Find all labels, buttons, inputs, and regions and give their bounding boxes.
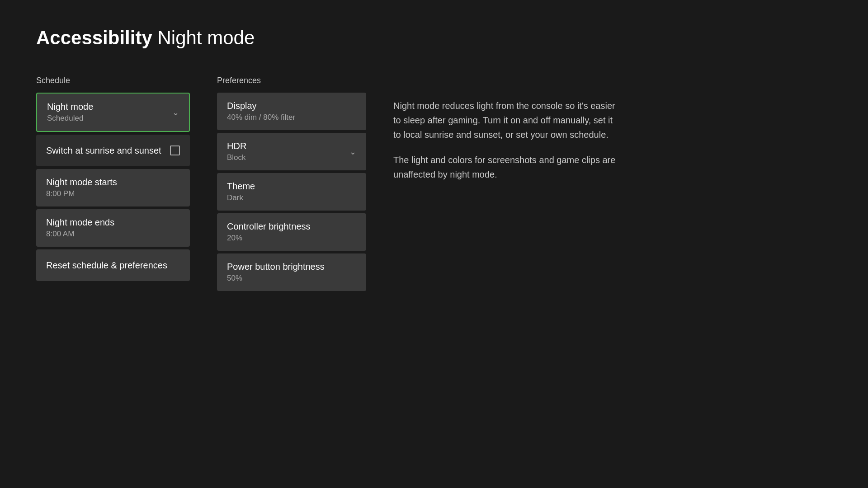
night-mode-starts-time: 8:00 PM (46, 189, 117, 198)
theme-item[interactable]: Theme Dark (217, 173, 366, 211)
theme-content: Theme Dark (227, 181, 255, 202)
display-title: Display (227, 101, 295, 111)
power-button-brightness-value: 50% (227, 274, 325, 283)
power-button-brightness-title: Power button brightness (227, 262, 325, 272)
page-title-bold: Accessibility (36, 27, 152, 48)
hdr-chevron-icon: ⌄ (349, 147, 356, 157)
night-mode-starts-title: Night mode starts (46, 177, 117, 188)
night-mode-ends-content: Night mode ends 8:00 AM (46, 217, 114, 239)
power-button-brightness-content: Power button brightness 50% (227, 262, 325, 283)
hdr-content: HDR Block (227, 141, 246, 162)
preferences-column: Preferences Display 40% dim / 80% filter… (217, 76, 366, 294)
controller-brightness-item[interactable]: Controller brightness 20% (217, 213, 366, 251)
night-mode-ends-title: Night mode ends (46, 217, 114, 228)
preferences-section-label: Preferences (217, 76, 366, 85)
night-mode-ends-item[interactable]: Night mode ends 8:00 AM (36, 209, 190, 247)
reset-content: Reset schedule & preferences (46, 260, 167, 271)
hdr-title: HDR (227, 141, 246, 151)
night-mode-item[interactable]: Night mode Scheduled ⌄ (36, 93, 190, 132)
night-mode-starts-item[interactable]: Night mode starts 8:00 PM (36, 169, 190, 206)
night-mode-content: Night mode Scheduled (47, 102, 93, 123)
night-mode-ends-time: 8:00 AM (46, 230, 114, 239)
hdr-item[interactable]: HDR Block ⌄ (217, 133, 366, 170)
content-area: Schedule Night mode Scheduled ⌄ Switch a… (36, 76, 832, 294)
display-value: 40% dim / 80% filter (227, 113, 295, 122)
night-mode-chevron-icon: ⌄ (172, 108, 179, 117)
page-title-light: Night mode (157, 27, 255, 48)
info-paragraph-1: Night mode reduces light from the consol… (393, 99, 619, 142)
hdr-value: Block (227, 153, 246, 162)
night-mode-subtitle: Scheduled (47, 114, 93, 123)
page-title: Accessibility Night mode (36, 27, 832, 49)
info-text: Night mode reduces light from the consol… (393, 99, 619, 182)
theme-value: Dark (227, 193, 255, 202)
power-button-brightness-item[interactable]: Power button brightness 50% (217, 253, 366, 291)
info-column: Night mode reduces light from the consol… (393, 76, 619, 182)
night-mode-starts-content: Night mode starts 8:00 PM (46, 177, 117, 198)
controller-brightness-content: Controller brightness 20% (227, 221, 311, 243)
reset-item[interactable]: Reset schedule & preferences (36, 249, 190, 281)
schedule-column: Schedule Night mode Scheduled ⌄ Switch a… (36, 76, 190, 284)
switch-sunrise-title: Switch at sunrise and sunset (46, 145, 161, 156)
schedule-section-label: Schedule (36, 76, 190, 85)
switch-sunrise-item[interactable]: Switch at sunrise and sunset (36, 135, 190, 166)
night-mode-title: Night mode (47, 102, 93, 112)
controller-brightness-title: Controller brightness (227, 221, 311, 232)
display-content: Display 40% dim / 80% filter (227, 101, 295, 122)
display-item[interactable]: Display 40% dim / 80% filter (217, 93, 366, 130)
page-container: Accessibility Night mode Schedule Night … (0, 0, 868, 321)
info-paragraph-2: The light and colors for screenshots and… (393, 153, 619, 182)
switch-sunrise-checkbox[interactable] (170, 145, 180, 155)
theme-title: Theme (227, 181, 255, 192)
reset-title: Reset schedule & preferences (46, 260, 167, 271)
controller-brightness-value: 20% (227, 234, 311, 243)
